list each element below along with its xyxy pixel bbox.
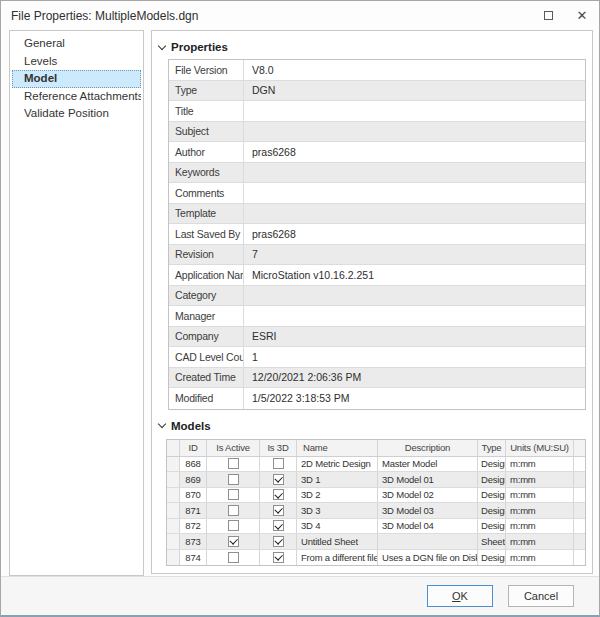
model-type-cell: Design <box>478 488 506 503</box>
property-value-field[interactable] <box>244 101 585 121</box>
row-selector-cell[interactable] <box>167 519 180 534</box>
property-value-field[interactable] <box>244 122 585 142</box>
model-id-cell: 874 <box>180 550 207 566</box>
is-3d-checkbox[interactable] <box>273 474 284 485</box>
model-name-cell[interactable]: 3D 2 <box>297 488 378 503</box>
model-units-cell: m:mm <box>506 519 574 534</box>
model-name-cell[interactable]: 2D Metric Design <box>297 457 378 472</box>
is-active-checkbox[interactable] <box>228 458 239 469</box>
cancel-button[interactable]: Cancel <box>508 585 574 607</box>
properties-section-title: Properties <box>171 41 228 53</box>
is-3d-checkbox[interactable] <box>273 552 284 563</box>
property-value-field[interactable] <box>244 183 585 203</box>
property-row: Revision 7 <box>169 245 585 266</box>
model-name-cell[interactable]: Untitled Sheet <box>297 534 378 549</box>
ok-button[interactable]: OK <box>427 585 493 607</box>
sidebar: General Levels Model Reference Attachmen… <box>9 30 144 576</box>
model-row[interactable]: 871 3D 3 3D Model 03 Design m:mm <box>167 503 585 519</box>
is-active-checkbox[interactable] <box>228 489 239 500</box>
sidebar-item[interactable]: Validate Position <box>12 105 141 123</box>
property-label: Type <box>169 81 244 101</box>
property-value-field[interactable] <box>244 306 585 326</box>
model-description-cell[interactable] <box>378 534 478 549</box>
model-description-cell[interactable]: 3D Model 01 <box>378 472 478 487</box>
property-row: Title <box>169 101 585 122</box>
model-name-cell[interactable]: 3D 4 <box>297 519 378 534</box>
property-value-field[interactable]: 12/20/2021 2:06:36 PM <box>244 368 585 388</box>
property-value-field[interactable]: V8.0 <box>244 60 585 80</box>
chevron-down-icon <box>158 41 166 49</box>
sidebar-item[interactable]: Reference Attachments <box>12 88 141 106</box>
model-row[interactable]: 874 From a different file Uses a DGN fil… <box>167 550 585 566</box>
is-active-cell <box>207 488 260 503</box>
model-row[interactable]: 868 2D Metric Design Master Model Design… <box>167 457 585 473</box>
title-bar: File Properties: MultipleModels.dgn ✕ <box>1 1 599 30</box>
is-active-checkbox[interactable] <box>228 520 239 531</box>
model-units-cell: m:mm <box>506 503 574 518</box>
is-active-checkbox[interactable] <box>228 474 239 485</box>
model-row[interactable]: 872 3D 4 3D Model 04 Design m:mm <box>167 519 585 535</box>
model-description-cell[interactable]: 3D Model 04 <box>378 519 478 534</box>
row-selector-cell[interactable] <box>167 550 180 566</box>
model-name-cell[interactable]: 3D 3 <box>297 503 378 518</box>
property-value-field[interactable]: ESRI <box>244 327 585 347</box>
property-value-field[interactable]: 1/5/2022 3:18:53 PM <box>244 388 585 409</box>
is-active-checkbox[interactable] <box>228 505 239 516</box>
models-section-header[interactable]: Models <box>158 420 592 432</box>
models-section-title: Models <box>171 420 211 432</box>
is-active-cell <box>207 550 260 566</box>
is-3d-checkbox[interactable] <box>273 520 284 531</box>
property-value-field[interactable]: pras6268 <box>244 142 585 162</box>
is-active-checkbox[interactable] <box>228 536 239 547</box>
property-label: Last Saved By <box>169 224 244 244</box>
model-type-cell: Design <box>478 550 506 566</box>
model-row[interactable]: 870 3D 2 3D Model 02 Design m:mm <box>167 488 585 504</box>
is-3d-checkbox[interactable] <box>273 489 284 500</box>
row-selector-cell[interactable] <box>167 503 180 518</box>
model-description-cell[interactable]: 3D Model 03 <box>378 503 478 518</box>
property-label: Author <box>169 142 244 162</box>
row-selector-cell[interactable] <box>167 457 180 472</box>
column-header-name: Name <box>297 440 378 456</box>
property-row: Manager <box>169 306 585 327</box>
close-button[interactable]: ✕ <box>565 4 599 28</box>
model-row[interactable]: 869 3D 1 3D Model 01 Design m:mm <box>167 472 585 488</box>
property-value-field[interactable]: pras6268 <box>244 224 585 244</box>
is-3d-cell <box>260 519 297 534</box>
row-selector-cell[interactable] <box>167 534 180 549</box>
cancel-button-label: Cancel <box>524 590 558 602</box>
property-row: Company ESRI <box>169 327 585 348</box>
sidebar-item[interactable]: Model <box>12 70 141 88</box>
property-value-field[interactable]: DGN <box>244 81 585 101</box>
row-selector-cell[interactable] <box>167 472 180 487</box>
sidebar-item[interactable]: Levels <box>12 53 141 71</box>
model-description-cell[interactable]: Uses a DGN file on Disk <box>378 550 478 566</box>
is-3d-checkbox[interactable] <box>273 505 284 516</box>
file-properties-dialog: File Properties: MultipleModels.dgn ✕ Ge… <box>0 0 600 617</box>
model-name-cell[interactable]: 3D 1 <box>297 472 378 487</box>
property-label: Application Name <box>169 265 244 285</box>
model-description-cell[interactable]: Master Model <box>378 457 478 472</box>
is-3d-cell <box>260 457 297 472</box>
property-value-field[interactable] <box>244 286 585 306</box>
property-label: Revision <box>169 245 244 265</box>
property-value-field[interactable] <box>244 204 585 224</box>
ok-button-label: OK <box>452 590 468 602</box>
sidebar-item[interactable]: General <box>12 35 141 53</box>
properties-section-header[interactable]: Properties <box>158 41 592 53</box>
maximize-button[interactable] <box>531 4 565 28</box>
is-3d-cell <box>260 503 297 518</box>
is-3d-checkbox[interactable] <box>273 458 284 469</box>
property-value-field[interactable]: 1 <box>244 347 585 367</box>
model-row-spacer <box>574 519 585 534</box>
is-active-checkbox[interactable] <box>228 552 239 563</box>
property-value-field[interactable]: 7 <box>244 245 585 265</box>
model-row[interactable]: 873 Untitled Sheet Sheet m:mm <box>167 534 585 550</box>
property-value-field[interactable] <box>244 163 585 183</box>
is-3d-checkbox[interactable] <box>273 536 284 547</box>
model-name-cell[interactable]: From a different file <box>297 550 378 566</box>
model-description-cell[interactable]: 3D Model 02 <box>378 488 478 503</box>
row-selector-cell[interactable] <box>167 488 180 503</box>
model-id-cell: 872 <box>180 519 207 534</box>
property-value-field[interactable]: MicroStation v10.16.2.251 <box>244 265 585 285</box>
